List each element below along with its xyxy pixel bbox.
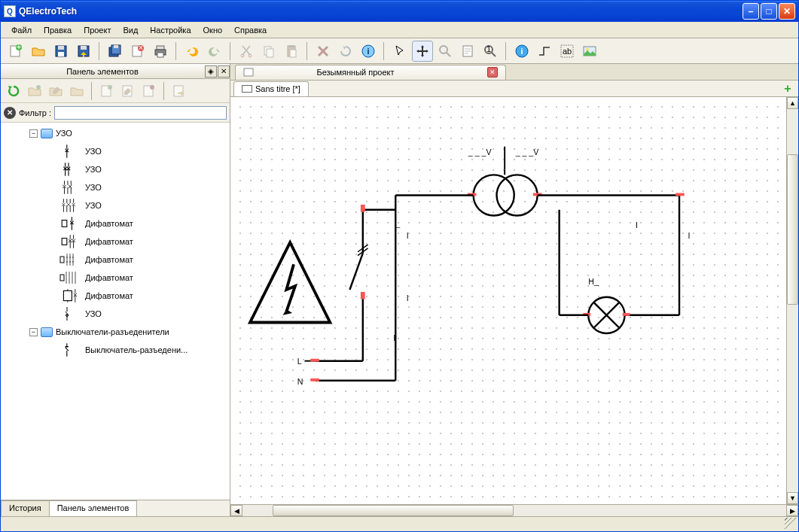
menu-project[interactable]: Проект — [78, 24, 117, 36]
cut-button[interactable] — [236, 41, 257, 62]
maximize-button[interactable]: □ — [761, 3, 777, 20]
horizontal-scrollbar[interactable]: ◀ ▶ — [230, 504, 798, 516]
copy-button[interactable] — [258, 41, 279, 62]
image-tool[interactable] — [579, 41, 600, 62]
tree-item[interactable]: Дифавтомат — [1, 233, 230, 251]
expander-icon[interactable]: − — [29, 129, 38, 138]
menu-edit[interactable]: Правка — [38, 24, 78, 36]
menu-view[interactable]: Вид — [117, 24, 144, 36]
svg-text:I: I — [393, 333, 395, 342]
svg-rect-5 — [58, 52, 64, 56]
new-project-button[interactable]: + — [5, 41, 26, 62]
tree-item[interactable]: УЗО — [1, 305, 230, 323]
save-button[interactable] — [50, 41, 72, 62]
tree-label: УЗО — [85, 165, 102, 174]
sheet-icon — [242, 85, 252, 93]
page-tool[interactable] — [457, 41, 478, 62]
panel-new-element-button[interactable] — [97, 81, 117, 101]
project-tabbar: Безымянный проект ✕ — [230, 64, 798, 81]
clear-filter-icon[interactable]: ✕ — [4, 107, 16, 119]
menu-window[interactable]: Окно — [197, 24, 229, 36]
close-doc-button[interactable]: × — [127, 41, 148, 62]
filter-input[interactable] — [54, 106, 227, 120]
tree-item[interactable]: УЗО — [1, 196, 230, 214]
tab-elements[interactable]: Панель элементов — [49, 500, 138, 516]
panel-float-button[interactable]: ◈ — [205, 65, 217, 78]
zoom-tool[interactable] — [435, 41, 456, 62]
tree-label: УЗО — [85, 309, 102, 318]
tree-item[interactable]: Дифавтомат — [1, 251, 230, 269]
move-tool[interactable] — [412, 41, 433, 62]
save-all-button[interactable] — [105, 41, 126, 62]
text-tool[interactable]: ab — [557, 41, 578, 62]
tree-label: Выключатель-разъедени... — [85, 345, 188, 354]
scroll-right-button[interactable]: ▶ — [786, 505, 798, 516]
menu-help[interactable]: Справка — [228, 24, 273, 36]
panel-refresh-button[interactable] — [4, 81, 23, 101]
zoom-fit-button[interactable]: 1 — [480, 41, 501, 62]
project-tab[interactable]: Безымянный проект ✕ — [235, 65, 506, 80]
add-sheet-button[interactable]: + — [780, 81, 795, 96]
redo-button[interactable] — [204, 41, 225, 62]
menu-file[interactable]: Файл — [5, 24, 38, 36]
svg-rect-47 — [63, 290, 72, 300]
element-symbol-icon — [59, 269, 81, 286]
svg-rect-67 — [361, 205, 365, 212]
panel-close-button[interactable]: ✕ — [218, 65, 230, 78]
element-tree[interactable]: − УЗО УЗО УЗО УЗО УЗО Дифавтомат Дифавто… — [1, 123, 230, 500]
svg-rect-20 — [267, 49, 273, 57]
scroll-thumb[interactable] — [787, 154, 798, 305]
open-button[interactable] — [28, 41, 49, 62]
scroll-track[interactable] — [242, 505, 786, 516]
minimize-button[interactable]: – — [743, 3, 759, 20]
delete-button[interactable] — [313, 41, 334, 62]
tree-label: УЗО — [85, 201, 102, 210]
filter-row: ✕ Фильтр : — [1, 103, 230, 123]
panel-import-button[interactable] — [169, 81, 189, 101]
resize-grip[interactable] — [785, 518, 798, 531]
panel-open-folder-button[interactable] — [67, 81, 87, 101]
filter-label: Фильтр : — [19, 108, 51, 117]
pointer-tool[interactable] — [389, 41, 410, 62]
tree-folder[interactable]: − Выключатели-разъеденители — [1, 323, 230, 341]
info-button[interactable]: i — [358, 41, 379, 62]
wire-tool[interactable] — [534, 41, 555, 62]
scroll-left-button[interactable]: ◀ — [230, 505, 242, 516]
element-symbol-icon — [59, 342, 81, 358]
sheet-tab[interactable]: Sans titre [*] — [233, 81, 309, 96]
scroll-up-button[interactable]: ▲ — [787, 97, 798, 109]
tree-item[interactable]: УЗО — [1, 142, 230, 160]
undo-button[interactable] — [181, 41, 203, 62]
tree-item[interactable]: Дифавтомат — [1, 269, 230, 287]
tree-item[interactable]: Дифавтомат — [1, 214, 230, 233]
project-close-button[interactable]: ✕ — [487, 67, 498, 78]
schematic-canvas[interactable]: _ _ _V _ _ _V — [230, 97, 786, 504]
panel-edit-button[interactable] — [46, 81, 66, 101]
paste-button[interactable] — [281, 41, 302, 62]
tree-item[interactable]: УЗО — [1, 178, 230, 196]
panel-edit-element-button[interactable] — [118, 81, 138, 101]
panel-delete-element-button[interactable] — [139, 81, 159, 101]
sheet-tabbar: Sans titre [*] + — [230, 81, 798, 97]
tree-item[interactable]: Выключатель-разъедени... — [1, 341, 230, 359]
canvas-scrollarea[interactable]: _ _ _V _ _ _V — [230, 97, 786, 504]
tree-folder[interactable]: − УЗО — [1, 124, 230, 142]
rotate-button[interactable] — [335, 41, 356, 62]
tree-item[interactable]: Дифавтомат — [1, 287, 230, 305]
close-button[interactable]: ✕ — [779, 3, 795, 20]
scroll-thumb[interactable] — [273, 505, 514, 516]
tree-label: УЗО — [56, 129, 72, 138]
save-as-button[interactable] — [73, 41, 94, 62]
print-button[interactable] — [150, 41, 171, 62]
expander-icon[interactable]: − — [29, 328, 38, 336]
vertical-scrollbar[interactable]: ▲ ▼ — [786, 97, 798, 504]
svg-text:I: I — [636, 220, 638, 230]
menu-settings[interactable]: Настройка — [144, 24, 197, 36]
about-button[interactable]: i — [511, 41, 532, 62]
tab-history[interactable]: История — [1, 500, 50, 516]
scroll-track[interactable] — [787, 109, 798, 492]
svg-text:+: + — [17, 44, 21, 51]
panel-new-folder-button[interactable] — [25, 81, 44, 101]
tree-item[interactable]: УЗО — [1, 160, 230, 178]
scroll-down-button[interactable]: ▼ — [787, 492, 798, 504]
